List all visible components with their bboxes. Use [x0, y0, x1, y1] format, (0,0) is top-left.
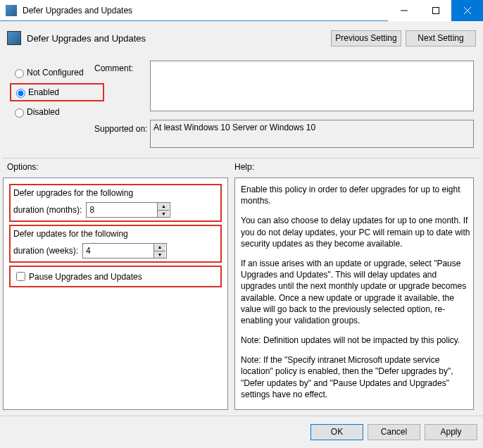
radio-disabled-label: Disabled — [27, 107, 60, 117]
help-panel[interactable]: Enable this policy in order to defer upg… — [234, 178, 474, 410]
state-radio-group: Not Configured Enabled Disabled — [10, 63, 104, 123]
policy-icon — [7, 31, 21, 45]
help-text: Note: If the "Allow Telemetry" policy is… — [241, 409, 470, 410]
comment-textarea[interactable] — [150, 61, 474, 111]
defer-updates-spinner[interactable]: ▲ ▼ — [82, 243, 167, 259]
svg-rect-1 — [432, 8, 439, 14]
help-text: Note: Definition updates will not be imp… — [241, 335, 470, 346]
dialog-button-bar: OK Cancel Apply — [0, 416, 483, 448]
radio-not-configured-label: Not Configured — [27, 68, 84, 77]
defer-upgrades-duration-label: duration (months): — [13, 205, 82, 215]
spin-up-icon[interactable]: ▲ — [158, 203, 169, 211]
pause-checkbox-label: Pause Upgrades and Updates — [29, 272, 142, 282]
radio-not-configured-input[interactable] — [15, 69, 24, 78]
section-divider — [3, 158, 480, 158]
defer-updates-group: Defer updates for the following duration… — [9, 225, 222, 263]
radio-disabled-input[interactable] — [15, 108, 24, 118]
policy-title: Defer Upgrades and Updates — [27, 33, 327, 44]
defer-updates-duration-label: duration (weeks): — [13, 246, 78, 256]
defer-upgrades-group: Defer upgrades for the following duratio… — [9, 184, 222, 222]
help-text: You can also choose to delay updates for… — [241, 215, 470, 249]
window-icon — [6, 5, 17, 16]
defer-upgrades-spinner[interactable]: ▲ ▼ — [86, 202, 170, 218]
supported-on-text: At least Windows 10 Server or Windows 10 — [150, 120, 474, 148]
maximize-button[interactable] — [420, 0, 451, 21]
spin-up-icon[interactable]: ▲ — [154, 244, 165, 251]
pause-checkbox[interactable] — [16, 272, 25, 281]
ok-button[interactable]: OK — [310, 424, 363, 440]
radio-enabled[interactable]: Enabled — [10, 83, 104, 101]
radio-disabled[interactable]: Disabled — [10, 103, 104, 121]
options-panel: Defer upgrades for the following duratio… — [3, 178, 228, 410]
cancel-button[interactable]: Cancel — [368, 424, 420, 440]
options-section-label: Options: — [7, 162, 39, 172]
window-title: Defer Upgrades and Updates — [23, 6, 388, 15]
defer-upgrades-label: Defer upgrades for the following — [13, 188, 218, 198]
help-text: Note: If the "Specify intranet Microsoft… — [241, 354, 470, 400]
defer-updates-label: Defer updates for the following — [13, 229, 218, 239]
spin-down-icon[interactable]: ▼ — [154, 251, 165, 259]
comment-label: Comment: — [94, 63, 133, 73]
next-setting-button[interactable]: Next Setting — [406, 30, 476, 46]
pause-checkbox-row[interactable]: Pause Upgrades and Updates — [9, 266, 222, 287]
defer-updates-input[interactable] — [83, 244, 153, 258]
close-button[interactable] — [451, 0, 483, 21]
apply-button[interactable]: Apply — [425, 424, 477, 440]
defer-upgrades-input[interactable] — [87, 203, 157, 217]
help-section-label: Help: — [234, 162, 254, 172]
radio-not-configured[interactable]: Not Configured — [10, 63, 104, 82]
spin-down-icon[interactable]: ▼ — [158, 211, 169, 218]
radio-enabled-input[interactable] — [16, 89, 25, 98]
titlebar[interactable]: Defer Upgrades and Updates — [0, 0, 483, 21]
previous-setting-button[interactable]: Previous Setting — [331, 30, 401, 46]
radio-enabled-label: Enabled — [28, 87, 59, 97]
minimize-button[interactable] — [388, 0, 420, 21]
help-text: Enable this policy in order to defer upg… — [241, 184, 470, 206]
help-text: If an issue arises with an update or upg… — [241, 258, 470, 326]
supported-label: Supported on: — [94, 124, 147, 134]
